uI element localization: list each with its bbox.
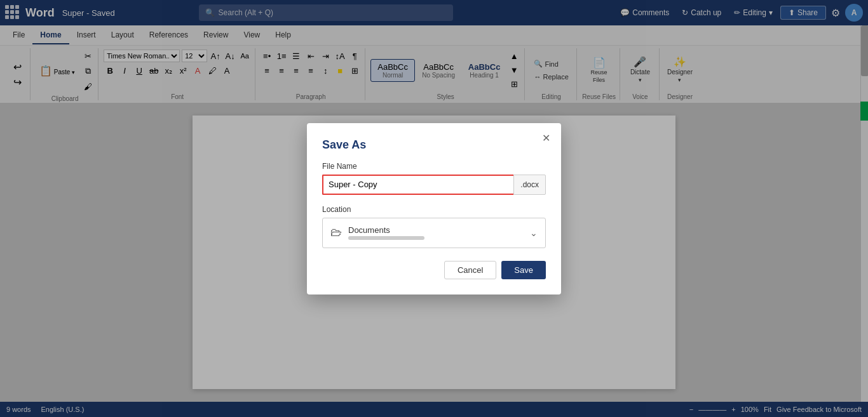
modal-buttons: Cancel Save <box>322 261 546 279</box>
file-name-label: File Name <box>322 162 546 171</box>
cancel-button[interactable]: Cancel <box>444 261 496 279</box>
file-name-row: .docx <box>322 175 546 195</box>
file-extension: .docx <box>513 175 546 195</box>
location-info: Documents <box>348 225 424 240</box>
folder-icon: 🗁 <box>330 226 342 239</box>
modal-overlay: Save As ✕ File Name .docx Location 🗁 Doc… <box>0 0 868 417</box>
location-path <box>348 236 424 240</box>
save-as-modal: Save As ✕ File Name .docx Location 🗁 Doc… <box>307 123 561 295</box>
location-name: Documents <box>348 225 424 235</box>
location-selector[interactable]: 🗁 Documents ⌄ <box>322 218 546 248</box>
modal-close-button[interactable]: ✕ <box>538 131 553 146</box>
file-name-input[interactable] <box>322 175 513 195</box>
modal-title: Save As <box>322 138 546 152</box>
location-chevron-icon: ⌄ <box>530 228 538 238</box>
location-label: Location <box>322 205 546 214</box>
save-button[interactable]: Save <box>501 261 546 279</box>
